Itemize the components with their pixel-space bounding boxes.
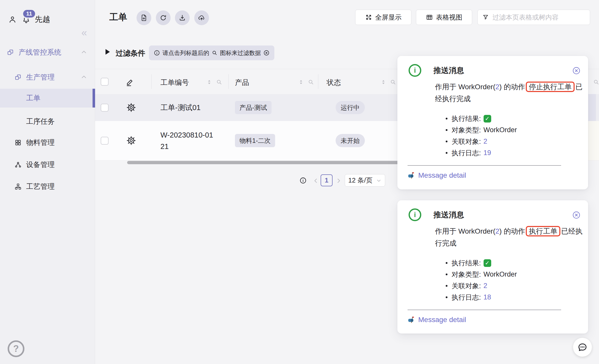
page-size-select[interactable]: 12 条/页	[345, 174, 385, 187]
sidebar-item-process-tasks[interactable]: 工序任务	[0, 116, 95, 127]
filter-hint-text-after: 图标来过滤数据	[220, 49, 261, 57]
user-row: 11 先越	[8, 14, 50, 25]
column-search-icon[interactable]	[593, 79, 599, 85]
column-search-icon[interactable]	[308, 79, 314, 85]
mailbox-icon	[408, 316, 415, 324]
column-search-icon[interactable]	[390, 79, 396, 85]
prev-page-button[interactable]	[313, 178, 319, 184]
sidebar-item-workorder-selected[interactable]: 工单	[0, 89, 95, 108]
fullscreen-button[interactable]: 全屏显示	[355, 10, 411, 25]
sidebar-item-devices[interactable]: 设备管理	[0, 159, 95, 171]
sort-icon[interactable]	[381, 79, 385, 85]
workorder-code: 工单-测试01	[160, 94, 215, 121]
sort-icon[interactable]	[207, 79, 211, 85]
bullet-dot	[446, 152, 447, 154]
row-gear-icon[interactable]	[126, 102, 137, 113]
sidebar-item-process[interactable]: 工艺管理	[0, 181, 95, 192]
sidebar-item-materials[interactable]: 物料管理	[0, 137, 95, 148]
fullscreen-label: 全屏显示	[375, 13, 402, 22]
overflow-row-fragment	[588, 121, 599, 160]
notification-bell[interactable]: 11	[22, 16, 30, 24]
object-count-link[interactable]: 2	[496, 83, 500, 91]
message-detail-link[interactable]: Message detail	[408, 316, 577, 324]
column-divider	[151, 74, 152, 89]
column-header-code: 工单编号	[160, 78, 189, 87]
sidebar-item-label: 生产管理	[26, 72, 55, 82]
row-gear-icon[interactable]	[126, 135, 137, 146]
toast-divider	[408, 310, 561, 310]
related-object-link[interactable]: 2	[484, 138, 487, 145]
column-search-icon[interactable]	[216, 79, 222, 85]
search-icon	[212, 50, 218, 56]
chevron-up-icon	[81, 74, 87, 80]
sidebar: 11 先越 « 产线管控系统 生产管	[0, 0, 95, 364]
message-detail-link[interactable]: Message detail	[408, 171, 577, 179]
sidebar-collapse-icon[interactable]: «	[81, 27, 87, 38]
sidebar-item-system[interactable]: 产线管控系统	[0, 47, 95, 58]
upload-button[interactable]	[194, 10, 209, 25]
toast-field-list: 执行结果: ✓ 对象类型: WorkOrder 关联对象: 2 执行日志: 18	[409, 257, 577, 303]
toast-divider	[408, 165, 561, 166]
help-button[interactable]: ?	[8, 340, 24, 357]
select-all-checkbox[interactable]	[101, 78, 109, 86]
user-icon[interactable]	[8, 16, 17, 24]
bullet-dot	[446, 118, 447, 119]
page-filter-input[interactable]	[492, 13, 585, 22]
chat-button[interactable]	[573, 338, 592, 357]
row-checkbox[interactable]	[101, 104, 109, 112]
field-label: 执行日志:	[452, 148, 481, 158]
bullet-dot	[446, 129, 447, 131]
table-view-button[interactable]: 表格视图	[416, 10, 472, 25]
field-exec-log: 执行日志: 18	[446, 292, 577, 303]
download-button[interactable]	[175, 10, 190, 25]
row-checkbox[interactable]	[101, 137, 109, 145]
refresh-icon	[159, 14, 167, 22]
column-header-product: 产品	[235, 78, 249, 87]
close-circle-icon[interactable]	[263, 50, 270, 56]
toast-body: 作用于 WorkOrder(2) 的动作执行工单已经执行完成	[435, 225, 588, 249]
page-title: 工单	[109, 11, 127, 23]
funnel-icon	[482, 14, 489, 21]
next-page-button[interactable]	[336, 178, 342, 184]
field-exec-result: 执行结果: ✓	[446, 113, 577, 124]
info-circle-icon: i	[409, 208, 421, 221]
field-related-object: 关联对象: 2	[446, 280, 577, 292]
toast-close-button[interactable]	[572, 210, 581, 220]
toast-body: 作用于 WorkOrder(2) 的动作停止执行工单已经执行完成	[435, 81, 588, 105]
field-label: 关联对象:	[452, 137, 481, 146]
body-text: 作用于 WorkOrder(	[435, 227, 496, 235]
filter-conditions-label: 过滤条件	[116, 48, 145, 58]
exec-log-link[interactable]: 18	[484, 293, 491, 301]
field-label: 执行日志:	[452, 293, 481, 302]
overflow-tag-fragment	[588, 94, 596, 121]
message-detail-label: Message detail	[418, 316, 466, 324]
column-divider	[228, 74, 229, 89]
download-icon	[178, 14, 186, 22]
toast-title: 推送消息	[433, 210, 464, 220]
related-object-link[interactable]: 2	[484, 282, 487, 290]
notification-badge: 11	[23, 10, 35, 18]
fullscreen-icon	[365, 14, 372, 21]
info-icon	[154, 50, 160, 56]
success-check-icon: ✓	[484, 115, 491, 123]
refresh-button[interactable]	[156, 10, 171, 25]
sort-icon[interactable]	[299, 79, 303, 85]
toast-close-button[interactable]	[572, 66, 581, 75]
current-page-button[interactable]: 1	[321, 174, 333, 186]
cloud-upload-icon	[198, 14, 205, 22]
chevron-up-icon	[81, 49, 87, 55]
table-grid-icon	[426, 14, 433, 21]
toast-header: i 推送消息	[409, 208, 577, 222]
sidebar-item-production-group[interactable]: 生产管理	[0, 71, 95, 83]
new-record-button[interactable]	[137, 10, 151, 25]
share-nodes-icon	[14, 161, 22, 168]
success-check-icon: ✓	[484, 259, 491, 267]
field-related-object: 关联对象: 2	[446, 136, 577, 147]
bullet-dot	[446, 296, 447, 298]
page-filter-field	[477, 10, 590, 25]
bullet-dot	[446, 262, 447, 264]
object-count-link[interactable]: 2	[496, 227, 500, 235]
exec-log-link[interactable]: 19	[484, 149, 491, 157]
filter-expand-caret[interactable]	[106, 49, 110, 55]
edit-column-icon[interactable]	[125, 77, 135, 87]
